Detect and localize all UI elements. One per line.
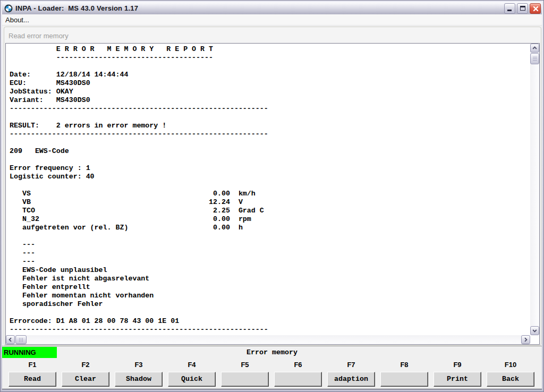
- thumb-grip: [533, 57, 537, 61]
- close-icon: [530, 4, 541, 14]
- f8-button[interactable]: [380, 372, 428, 387]
- app-window: INPA - Loader: MS 43.0 Version 1.17 Abou…: [2, 2, 542, 389]
- close-button[interactable]: [530, 3, 541, 14]
- menu-about[interactable]: About...: [2, 16, 32, 24]
- fkey-label-f1: F1: [8, 361, 56, 369]
- fkey-label-f7: F7: [327, 361, 375, 369]
- chevron-right-icon: [523, 337, 528, 342]
- title-bar[interactable]: INPA - Loader: MS 43.0 Version 1.17: [2, 2, 542, 14]
- maximize-button[interactable]: [517, 3, 528, 14]
- scroll-right-button[interactable]: [521, 335, 530, 344]
- read-error-memory-groupbox: Read error memory E R R O R M E M O R Y …: [4, 27, 541, 346]
- scroll-down-button[interactable]: [530, 326, 539, 335]
- minimize-button[interactable]: [504, 3, 515, 14]
- horizontal-scrollbar[interactable]: [6, 335, 530, 344]
- thumb-grip: [19, 338, 23, 342]
- fkey-label-f5: F5: [221, 361, 269, 369]
- menu-bar: About...: [2, 14, 542, 25]
- window-title: INPA - Loader: MS 43.0 Version 1.17: [15, 4, 138, 12]
- f1-read-button[interactable]: Read: [8, 372, 56, 387]
- f9-print-button[interactable]: Print: [434, 372, 481, 387]
- fkey-label-f2: F2: [62, 361, 109, 369]
- f7-adaption-button[interactable]: adaption: [327, 372, 375, 387]
- window-frame: INPA - Loader: MS 43.0 Version 1.17 Abou…: [0, 0, 544, 392]
- vertical-scroll-thumb[interactable]: [530, 53, 539, 64]
- chevron-up-icon: [532, 46, 537, 50]
- groupbox-label: Read error memory: [8, 32, 69, 40]
- chevron-down-icon: [532, 328, 537, 333]
- f6-button[interactable]: [274, 372, 322, 387]
- fkey-label-f4: F4: [168, 361, 216, 369]
- bmw-logo-icon: [4, 4, 13, 13]
- fkey-label-f6: F6: [274, 361, 322, 369]
- error-memory-report: E R R O R M E M O R Y R E P O R T ------…: [6, 44, 530, 335]
- scroll-up-button[interactable]: [530, 44, 539, 53]
- report-textarea[interactable]: E R R O R M E M O R Y R E P O R T ------…: [5, 43, 540, 345]
- scroll-left-button[interactable]: [6, 335, 15, 344]
- vertical-scrollbar[interactable]: [530, 44, 539, 335]
- horizontal-scroll-thumb[interactable]: [15, 335, 27, 344]
- f5-button[interactable]: [221, 372, 269, 387]
- client-area: Read error memory E R R O R M E M O R Y …: [2, 25, 542, 346]
- f10-back-button[interactable]: Back: [487, 372, 534, 387]
- minimize-icon: [507, 10, 512, 11]
- chevron-left-icon: [8, 337, 13, 342]
- f3-shadow-button[interactable]: Shadow: [115, 372, 163, 387]
- screen-title: Error memory: [2, 347, 542, 358]
- fkey-label-f9: F9: [434, 361, 481, 369]
- fkey-label-f3: F3: [115, 361, 163, 369]
- fkey-label-f10: F10: [487, 361, 534, 369]
- fkey-label-f8: F8: [380, 361, 428, 369]
- f4-quick-button[interactable]: Quick: [168, 372, 216, 387]
- bottom-panel: RUNNING Error memory F1 F2 F3 F4 F5 F6 F…: [2, 346, 542, 389]
- maximize-icon: [520, 6, 525, 11]
- f2-clear-button[interactable]: Clear: [62, 372, 109, 387]
